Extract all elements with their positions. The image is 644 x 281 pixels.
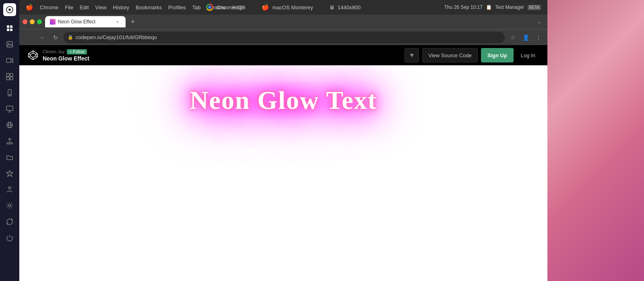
svg-rect-10 (10, 73, 13, 76)
toolbar-right-icons: ☆ 👤 ⋮ (507, 32, 544, 43)
reload-button[interactable]: ↻ (50, 32, 61, 43)
svg-rect-15 (6, 106, 13, 110)
codepen-header: Clinton Joy + Follow Neon Glow Effect ♥ … (19, 45, 547, 65)
sidebar-globe-icon[interactable] (2, 118, 17, 132)
mac-menu-history[interactable]: History (113, 4, 129, 10)
svg-marker-26 (30, 53, 35, 57)
svg-rect-5 (10, 29, 12, 31)
sidebar-video-icon[interactable] (2, 53, 17, 68)
sidebar-phone-icon[interactable] (2, 85, 17, 100)
svg-marker-22 (6, 171, 13, 177)
svg-rect-3 (10, 25, 12, 28)
sidebar-power-icon[interactable] (2, 231, 17, 245)
tab-favicon (50, 19, 56, 25)
svg-point-24 (8, 204, 11, 207)
test-manager-label[interactable]: Test Manager (495, 4, 524, 10)
address-bar[interactable]: 🔒 codepen.io/Cejay101/full/GRbbeqo (64, 32, 505, 43)
tab-close-button[interactable]: × (114, 19, 121, 25)
window-minimize-button[interactable] (30, 19, 35, 24)
window-close-button[interactable] (23, 19, 27, 24)
heart-button[interactable]: ♥ (405, 48, 419, 62)
profile-button[interactable]: 👤 (520, 32, 531, 43)
chrome-browser: Neon Glow Effect × + ⌄ ← → ↻ 🔒 codepen.i… (19, 15, 547, 281)
chrome-logo-icon (206, 4, 213, 11)
beta-badge: BETA (528, 5, 541, 10)
heart-icon: ♥ (410, 52, 414, 59)
svg-rect-8 (6, 58, 11, 62)
left-sidebar (0, 0, 19, 281)
neon-glow-text: Neon Glow Text (178, 81, 389, 119)
mac-menu-view[interactable]: View (95, 4, 107, 10)
tab-title: Neon Glow Effect (58, 19, 112, 25)
svg-rect-4 (7, 29, 9, 31)
mac-menu-edit[interactable]: Edit (80, 4, 89, 10)
svg-rect-12 (10, 77, 13, 80)
svg-point-23 (8, 187, 11, 189)
neon-display-area: Neon Glow Text (19, 65, 547, 281)
sidebar-upload-icon[interactable] (2, 134, 17, 148)
sidebar-folder-icon[interactable] (2, 150, 17, 164)
svg-rect-6 (7, 42, 12, 47)
svg-point-1 (8, 8, 11, 11)
apple-os-icon: 🍎 (262, 4, 269, 11)
chrome-tabs: Neon Glow Effect × + ⌄ (45, 16, 544, 27)
chrome-titlebar: Neon Glow Effect × + ⌄ (19, 15, 547, 29)
sidebar-star-icon[interactable] (2, 166, 17, 181)
follow-button[interactable]: + Follow (67, 49, 87, 54)
right-background (547, 0, 644, 281)
view-source-button[interactable]: View Source Code (422, 48, 477, 62)
window-controls (23, 19, 42, 24)
collapse-button[interactable]: ⌄ (535, 17, 544, 27)
bookmark-star-button[interactable]: ☆ (507, 32, 518, 43)
back-button[interactable]: ← (23, 32, 34, 43)
datetime-text: Thu 26 Sep 10:17 (444, 4, 482, 10)
more-options-button[interactable]: ⋮ (533, 32, 544, 43)
test-manager-icon: 📋 (486, 4, 492, 10)
author-name-text[interactable]: Clinton Joy (43, 49, 64, 54)
forward-button[interactable]: → (36, 32, 47, 43)
sidebar-home-icon[interactable] (2, 21, 17, 35)
os-name: macOS Monterey (272, 4, 313, 10)
login-button[interactable]: Log In (517, 48, 539, 62)
os-topbar: 🍎 Chrome File Edit View History Bookmark… (19, 0, 547, 15)
pen-title-text: Neon Glow Effect (43, 55, 89, 62)
mac-menu-profiles[interactable]: Profiles (168, 4, 186, 10)
chrome-toolbar: ← → ↻ 🔒 codepen.io/Cejay101/full/GRbbeqo… (19, 29, 547, 45)
resolution-info: 🖥 1440x900 (329, 4, 361, 10)
apple-icon: 🍎 (26, 4, 33, 11)
os-topbar-right: Thu 26 Sep 10:17 📋 Test Manager BETA (444, 0, 541, 15)
svg-rect-11 (6, 77, 9, 80)
window-maximize-button[interactable] (37, 19, 42, 24)
new-tab-button[interactable]: + (127, 16, 138, 27)
sidebar-person-icon[interactable] (2, 182, 17, 197)
codepen-logo (27, 50, 39, 61)
sidebar-logo[interactable] (3, 3, 16, 16)
address-url-text: codepen.io/Cejay101/full/GRbbeqo (76, 34, 501, 40)
pen-author-info: Clinton Joy + Follow Neon Glow Effect (43, 49, 89, 62)
sidebar-grid-icon[interactable] (2, 69, 17, 84)
mac-menu-file[interactable]: File (65, 4, 73, 10)
signup-button[interactable]: Sign Up (481, 48, 514, 62)
sidebar-settings-icon[interactable] (2, 198, 17, 213)
mac-menu-bookmarks[interactable]: Bookmarks (136, 4, 162, 10)
codepen-content: Neon Glow Text (19, 65, 547, 281)
active-tab[interactable]: Neon Glow Effect × (45, 16, 126, 27)
svg-rect-2 (7, 25, 9, 28)
author-name-row: Clinton Joy + Follow (43, 49, 89, 54)
resolution-icon: 🖥 (329, 4, 334, 10)
address-lock-icon: 🔒 (68, 35, 73, 40)
sidebar-monitor-icon[interactable] (2, 102, 17, 116)
os-info: 🍎 macOS Monterey (262, 4, 313, 11)
main-content: 🍎 Chrome File Edit View History Bookmark… (19, 0, 547, 281)
sidebar-sync-icon[interactable] (2, 214, 17, 229)
sidebar-image-icon[interactable] (2, 37, 17, 52)
svg-rect-9 (6, 73, 9, 76)
resolution-text: 1440x900 (338, 4, 361, 10)
mac-menu-help[interactable]: Help (232, 4, 243, 10)
mac-menu-tab[interactable]: Tab (192, 4, 200, 10)
mac-menu-chrome[interactable]: Chrome (40, 4, 58, 10)
svg-point-14 (9, 94, 10, 95)
svg-rect-21 (7, 143, 12, 144)
codepen-header-right: ♥ View Source Code Sign Up Log In (405, 48, 539, 62)
